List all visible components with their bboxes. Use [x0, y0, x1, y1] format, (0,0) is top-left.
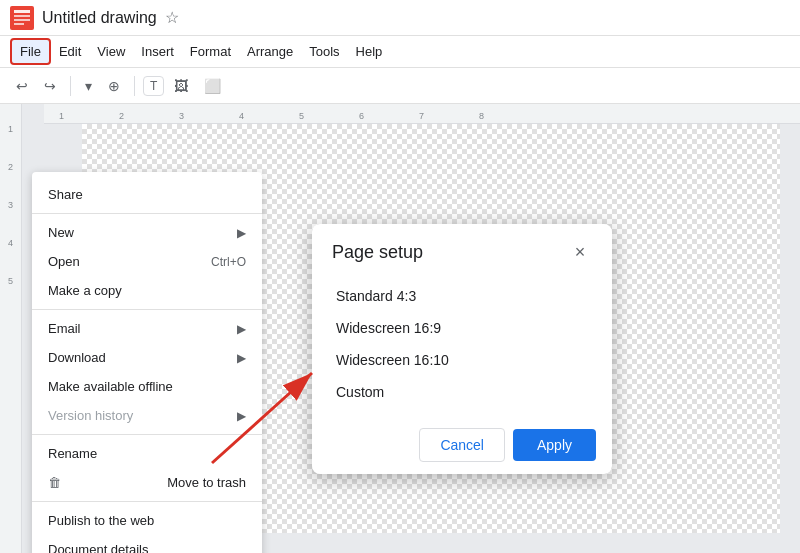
top-ruler: 1 2 3 4 5 6 7 8 [44, 104, 800, 124]
svg-rect-3 [14, 19, 30, 21]
zoom-button[interactable]: ⊕ [102, 74, 126, 98]
canvas-area[interactable]: 1 2 3 4 5 6 7 8 Share New [22, 104, 800, 553]
menu-section-web: Publish to the web Document details Lang… [32, 502, 262, 553]
title-bar: Untitled drawing ☆ [0, 0, 800, 36]
dialog-title: Page setup [332, 242, 423, 263]
ruler-num-2: 2 [8, 162, 13, 172]
dialog-body: Standard 4:3 Widescreen 16:9 Widescreen … [312, 272, 612, 416]
ruler-num-4: 4 [8, 238, 13, 248]
menu-view[interactable]: View [89, 40, 133, 63]
page-setup-dialog: Page setup × Standard 4:3 Widescreen 16:… [312, 224, 612, 474]
dialog-close-button[interactable]: × [568, 240, 592, 264]
ruler-num-1: 1 [8, 124, 13, 134]
cancel-button[interactable]: Cancel [419, 428, 505, 462]
dialog-header: Page setup × [312, 224, 612, 272]
shape-button[interactable]: ⬜ [198, 74, 227, 98]
svg-rect-1 [14, 10, 30, 13]
apply-button[interactable]: Apply [513, 429, 596, 461]
redo-button[interactable]: ↪ [38, 74, 62, 98]
main-area: 1 2 3 4 5 1 2 3 4 5 6 7 8 [0, 104, 800, 553]
menu-arrange[interactable]: Arrange [239, 40, 301, 63]
new-arrow-icon: ▶ [237, 226, 246, 240]
option-widescreen-1610[interactable]: Widescreen 16:10 [332, 344, 592, 376]
trash-icon: 🗑 [48, 475, 61, 490]
menu-document-details[interactable]: Document details [32, 535, 262, 553]
menu-new[interactable]: New ▶ [32, 218, 262, 247]
dialog-footer: Cancel Apply [312, 416, 612, 474]
menu-open[interactable]: Open Ctrl+O [32, 247, 262, 276]
ruler-numbers: 1 2 3 4 5 6 7 8 [54, 111, 484, 123]
menu-move-to-trash[interactable]: 🗑 Move to trash [32, 468, 262, 497]
ruler-num-3: 3 [8, 200, 13, 210]
menu-download[interactable]: Download ▶ [32, 343, 262, 372]
menu-section-share2: Email ▶ Download ▶ Make available offlin… [32, 310, 262, 435]
menu-version-history[interactable]: Version history ▶ [32, 401, 262, 430]
svg-rect-4 [14, 23, 24, 25]
menu-section-file: New ▶ Open Ctrl+O Make a copy [32, 214, 262, 310]
menu-make-copy[interactable]: Make a copy [32, 276, 262, 305]
download-arrow-icon: ▶ [237, 351, 246, 365]
option-custom[interactable]: Custom [332, 376, 592, 408]
toolbar: ↩ ↪ ▾ ⊕ T 🖼 ⬜ [0, 68, 800, 104]
menu-tools[interactable]: Tools [301, 40, 347, 63]
select-button[interactable]: ▾ [79, 74, 98, 98]
version-arrow-icon: ▶ [237, 409, 246, 423]
menu-rename[interactable]: Rename [32, 439, 262, 468]
menu-help[interactable]: Help [348, 40, 391, 63]
text-button[interactable]: T [143, 76, 164, 96]
menu-section-manage: Rename 🗑 Move to trash [32, 435, 262, 502]
option-standard[interactable]: Standard 4:3 [332, 280, 592, 312]
star-icon[interactable]: ☆ [165, 8, 179, 27]
menu-email[interactable]: Email ▶ [32, 314, 262, 343]
side-ruler: 1 2 3 4 5 [0, 104, 22, 553]
svg-rect-2 [14, 15, 30, 17]
menu-format[interactable]: Format [182, 40, 239, 63]
email-arrow-icon: ▶ [237, 322, 246, 336]
menu-section-share: Share [32, 176, 262, 214]
undo-button[interactable]: ↩ [10, 74, 34, 98]
option-widescreen-169[interactable]: Widescreen 16:9 [332, 312, 592, 344]
file-dropdown-menu: Share New ▶ Open Ctrl+O Make a copy [32, 172, 262, 553]
app-icon [10, 6, 34, 30]
document-title: Untitled drawing [42, 9, 157, 27]
menu-insert[interactable]: Insert [133, 40, 182, 63]
svg-rect-0 [10, 6, 34, 30]
menu-available-offline[interactable]: Make available offline [32, 372, 262, 401]
menu-file[interactable]: File [10, 38, 51, 65]
ruler-num-5: 5 [8, 276, 13, 286]
menu-bar: File Edit View Insert Format Arrange Too… [0, 36, 800, 68]
menu-share[interactable]: Share [32, 180, 262, 209]
menu-publish[interactable]: Publish to the web [32, 506, 262, 535]
menu-edit[interactable]: Edit [51, 40, 89, 63]
image-button[interactable]: 🖼 [168, 74, 194, 98]
